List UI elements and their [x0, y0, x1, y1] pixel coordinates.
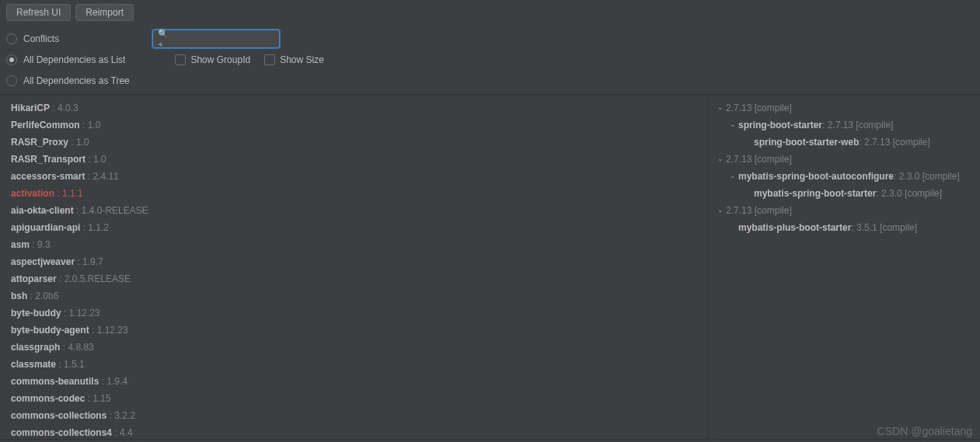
radio-deps-list[interactable]: [6, 54, 17, 65]
dependency-version: : 1.4.0-RELEASE: [74, 205, 148, 216]
dependency-item[interactable]: RASR_Proxy : 1.0: [0, 134, 708, 151]
tree-node-label: 2.7.13 [compile]: [726, 101, 792, 115]
dependency-version: : 1.0: [68, 137, 89, 148]
filter-panel: Conflicts 🔍◂ All Dependencies as List Sh…: [0, 25, 980, 94]
dependency-version: : 1.1.1: [54, 188, 83, 199]
dependency-version: : 9.3: [30, 239, 51, 250]
tree-row[interactable]: spring-boot-starter-web : 2.7.13 [compil…: [712, 134, 980, 151]
dependency-item[interactable]: asm : 9.3: [0, 237, 708, 254]
dependency-item[interactable]: activation : 1.1.1: [0, 186, 708, 203]
search-icon: 🔍◂: [158, 29, 169, 49]
dependency-name: classmate: [11, 359, 56, 370]
dependency-item[interactable]: classgraph : 4.8.83: [0, 339, 708, 357]
dependency-name: RASR_Proxy: [11, 137, 68, 148]
checkbox-show-size-label: Show Size: [280, 54, 324, 65]
dependency-name: accessors-smart: [11, 171, 85, 182]
dependency-version: : 1.12.23: [61, 308, 100, 318]
reimport-button[interactable]: Reimport: [75, 4, 134, 21]
chevron-down-icon[interactable]: ⌄: [727, 120, 738, 131]
dependency-version: : 1.9.7: [75, 256, 103, 267]
dependency-item[interactable]: HikariCP : 4.0.3: [0, 100, 708, 117]
dependency-item[interactable]: classmate : 1.5.1: [0, 357, 708, 374]
dependency-version: : 1.1.2: [80, 222, 109, 233]
dependency-name: apiguardian-api: [11, 222, 80, 233]
dependency-version: : 1.9.4: [99, 376, 127, 387]
tree-node-name: mybatis-plus-boot-starter: [738, 221, 851, 235]
dependency-item[interactable]: commons-collections4 : 4.4: [0, 425, 708, 440]
dependency-list-panel[interactable]: HikariCP : 4.0.3PerlifeCommon : 1.0RASR_…: [0, 95, 709, 440]
dependency-name: aia-okta-client: [11, 205, 74, 216]
tree-row[interactable]: ⌄spring-boot-starter : 2.7.13 [compile]: [712, 117, 980, 134]
dependency-name: commons-codec: [11, 393, 85, 404]
checkbox-show-groupid[interactable]: Show GroupId: [175, 54, 250, 65]
dependency-version: : 2.4.11: [85, 171, 118, 182]
dependency-version: : 2.0.5.RELEASE: [57, 273, 131, 284]
tree-node-suffix: : 2.7.13 [compile]: [822, 118, 893, 132]
chevron-down-icon[interactable]: ⌄: [727, 171, 738, 182]
tree-row[interactable]: ⌄2.7.13 [compile]: [712, 203, 980, 220]
tree-node-name: mybatis-spring-boot-autoconfigure: [738, 169, 894, 183]
dependency-item[interactable]: commons-codec : 1.15: [0, 391, 708, 408]
dependency-version: : 1.5.1: [56, 359, 85, 370]
dependency-version: : 4.8.83: [60, 342, 93, 353]
dependency-name: commons-collections: [11, 410, 106, 421]
radio-conflicts-label[interactable]: Conflicts: [23, 33, 59, 44]
dependency-version: : 4.0.3: [50, 103, 78, 113]
dependency-item[interactable]: aspectjweaver : 1.9.7: [0, 254, 708, 271]
dependency-name: byte-buddy-agent: [11, 325, 89, 336]
tree-row[interactable]: mybatis-plus-boot-starter : 3.5.1 [compi…: [712, 220, 980, 237]
tree-row[interactable]: mybatis-spring-boot-starter : 2.3.0 [com…: [712, 186, 980, 203]
chevron-down-icon[interactable]: ⌄: [715, 205, 726, 216]
dependency-tree-panel[interactable]: ⌄2.7.13 [compile]⌄spring-boot-starter : …: [712, 95, 980, 440]
dependency-name: bsh: [11, 291, 27, 301]
content-area: HikariCP : 4.0.3PerlifeCommon : 1.0RASR_…: [0, 94, 980, 440]
dependency-name: PerlifeCommon: [11, 120, 80, 131]
dependency-version: : 1.0: [85, 154, 106, 165]
dependency-name: aspectjweaver: [11, 256, 75, 267]
dependency-item[interactable]: byte-buddy : 1.12.23: [0, 305, 708, 322]
checkbox-show-groupid-label: Show GroupId: [190, 54, 250, 65]
tree-row[interactable]: ⌄mybatis-spring-boot-autoconfigure : 2.3…: [712, 169, 980, 186]
dependency-version: : 1.15: [85, 393, 110, 404]
refresh-button[interactable]: Refresh UI: [6, 4, 71, 21]
dependency-name: RASR_Transport: [11, 154, 85, 165]
search-input[interactable]: [170, 33, 287, 44]
dependency-item[interactable]: commons-beanutils : 1.9.4: [0, 374, 708, 391]
dependency-item[interactable]: byte-buddy-agent : 1.12.23: [0, 322, 708, 339]
dependency-name: activation: [11, 188, 54, 199]
tree-node-name: spring-boot-starter: [738, 118, 822, 132]
chevron-down-icon[interactable]: ⌄: [715, 154, 726, 165]
dependency-name: classgraph: [11, 342, 60, 353]
tree-row[interactable]: ⌄2.7.13 [compile]: [712, 100, 980, 117]
dependency-item[interactable]: aia-okta-client : 1.4.0-RELEASE: [0, 203, 708, 220]
dependency-item[interactable]: commons-collections : 3.2.2: [0, 408, 708, 425]
dependency-item[interactable]: accessors-smart : 2.4.11: [0, 169, 708, 186]
dependency-version: : 3.2.2: [106, 410, 135, 421]
dependency-item[interactable]: PerlifeCommon : 1.0: [0, 117, 708, 134]
checkbox-icon: [264, 54, 275, 65]
dependency-version: : 1.0: [80, 120, 101, 131]
dependency-version: : 1.12.23: [89, 325, 128, 336]
checkbox-show-size[interactable]: Show Size: [264, 54, 324, 65]
tree-node-suffix: : 2.3.0 [compile]: [894, 169, 960, 183]
dependency-name: asm: [11, 239, 30, 250]
radio-conflicts[interactable]: [6, 33, 17, 44]
tree-node-suffix: : 3.5.1 [compile]: [851, 221, 917, 235]
tree-node-suffix: : 2.3.0 [compile]: [876, 186, 942, 200]
dependency-version: : 4.4: [112, 427, 133, 438]
tree-row[interactable]: ⌄2.7.13 [compile]: [712, 151, 980, 169]
dependency-name: byte-buddy: [11, 308, 61, 318]
search-box[interactable]: 🔍◂: [152, 30, 280, 48]
radio-deps-tree-label[interactable]: All Dependencies as Tree: [23, 75, 130, 86]
tree-node-name: mybatis-spring-boot-starter: [754, 186, 876, 200]
tree-node-label: 2.7.13 [compile]: [726, 152, 792, 166]
dependency-item[interactable]: apiguardian-api : 1.1.2: [0, 220, 708, 237]
dependency-item[interactable]: attoparser : 2.0.5.RELEASE: [0, 271, 708, 288]
dependency-item[interactable]: bsh : 2.0b6: [0, 288, 708, 305]
watermark: CSDN @goalietang: [877, 425, 972, 437]
dependency-item[interactable]: RASR_Transport : 1.0: [0, 151, 708, 169]
radio-deps-tree[interactable]: [6, 75, 17, 86]
radio-deps-list-label[interactable]: All Dependencies as List: [23, 54, 125, 65]
chevron-down-icon[interactable]: ⌄: [715, 103, 726, 113]
tree-node-suffix: : 2.7.13 [compile]: [859, 135, 929, 149]
